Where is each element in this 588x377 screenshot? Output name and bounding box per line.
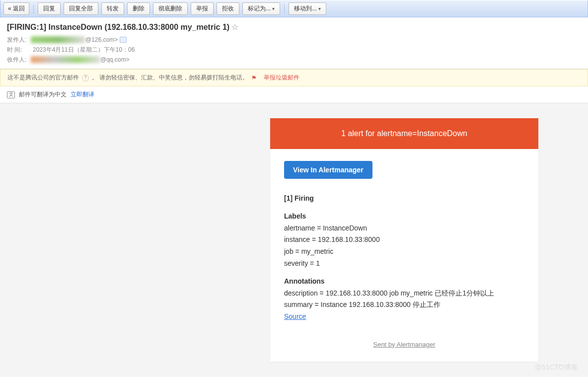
chevron-down-icon: ▾ [272,6,275,11]
translate-now-link[interactable]: 立即翻译 [71,90,94,99]
mark-as-button[interactable]: 标记为...▾ [242,2,280,15]
to-label: 收件人: [7,55,31,65]
view-in-alertmanager-button[interactable]: View In Alertmanager [284,161,372,179]
mail-toolbar: « 返回 回复 回复全部 转发 删除 彻底删除 举报 拒收 标记为...▾ 移动… [0,0,588,17]
reply-all-button[interactable]: 回复全部 [64,2,98,15]
phishing-warning-bar: 这不是腾讯公司的官方邮件 ? 。 请勿轻信密保、汇款、中奖信息，勿轻易拨打陌生电… [0,69,588,86]
time-value: 2023年4月11日（星期二）下午10：06 [33,45,135,55]
from-label: 发件人: [7,35,31,45]
annotations-title: Annotations [284,276,524,288]
label-job: job = my_metric [284,246,524,258]
time-row: 时 间: 2023年4月11日（星期二）下午10：06 [7,45,581,55]
from-redacted [31,36,85,43]
help-icon[interactable]: ? [82,75,89,81]
alertmanager-card: 1 alert for alertname=InstanceDown View … [270,118,538,362]
to-redacted [31,56,100,63]
mail-content-area: 1 alert for alertname=InstanceDown View … [0,103,588,377]
flag-icon: ⚑ [251,75,257,81]
annotation-summary: summary = Instance 192.168.10.33:8000 停止… [284,299,524,311]
reply-button[interactable]: 回复 [38,2,61,15]
translate-bar: 文 邮件可翻译为中文 立即翻译 [0,86,588,103]
warning-text-1: 这不是腾讯公司的官方邮件 [7,74,79,82]
move-to-button[interactable]: 移动到...▾ [289,2,326,15]
toolbar-divider [284,4,285,13]
annotation-description: description = 192.168.10.33:8000 job my_… [284,288,524,300]
delete-button[interactable]: 删除 [127,2,150,15]
label-alertname: alertname = InstanceDown [284,223,524,234]
alert-footer: Sent by Alertmanager [270,335,538,358]
delete-permanent-button[interactable]: 彻底删除 [153,2,188,15]
mail-subject: [FIRING:1] InstanceDown (192.168.10.33:8… [7,22,581,32]
label-instance: instance = 192.168.10.33:8000 [284,234,524,246]
toolbar-divider [33,4,34,13]
back-button[interactable]: « 返回 [3,2,29,15]
translate-icon: 文 [7,91,15,98]
warning-text-2: 。 请勿轻信密保、汇款、中奖信息，勿轻易拨打陌生电话。 [92,74,248,82]
reject-button[interactable]: 拒收 [217,2,239,15]
from-email-suffix: @126.com> [85,35,118,45]
mail-header: [FIRING:1] InstanceDown (192.168.10.33:8… [0,17,588,69]
from-row: 发件人: @126.com> [7,35,581,45]
alert-body: View In Alertmanager [1] Firing Labels a… [270,149,538,335]
forward-button[interactable]: 转发 [101,2,124,15]
report-button[interactable]: 举报 [191,2,214,15]
to-row: 收件人: @qq.com> [7,55,581,65]
label-severity: severity = 1 [284,258,524,270]
alert-header: 1 alert for alertname=InstanceDown [270,118,538,149]
contact-card-icon[interactable] [120,37,127,43]
sent-by-link[interactable]: Sent by Alertmanager [373,341,435,348]
star-icon[interactable]: ☆ [231,22,238,32]
labels-title: Labels [284,211,524,223]
to-email-suffix: @qq.com> [100,55,130,65]
report-spam-link[interactable]: 举报垃圾邮件 [264,74,299,82]
firing-title: [1] Firing [284,193,524,205]
subject-text: [FIRING:1] InstanceDown (192.168.10.33:8… [7,23,229,32]
chevron-down-icon: ▾ [318,6,321,11]
watermark: @51CTO博客 [535,363,578,372]
time-label: 时 间: [7,45,31,55]
translate-text: 邮件可翻译为中文 [19,90,67,99]
source-link[interactable]: Source [284,312,306,320]
